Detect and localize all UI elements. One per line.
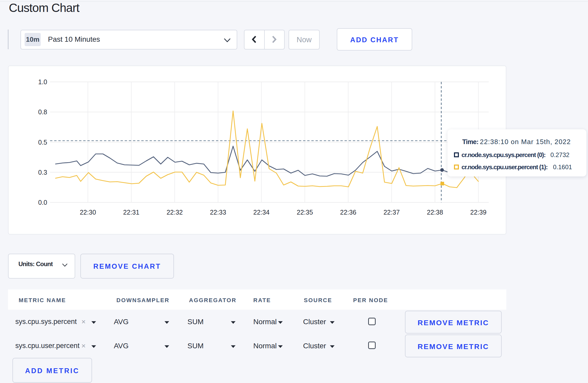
svg-text:22:30: 22:30: [80, 209, 96, 216]
svg-text:1.0: 1.0: [38, 78, 47, 86]
svg-text:22:31: 22:31: [123, 209, 139, 216]
svg-text:22:39: 22:39: [470, 209, 487, 216]
svg-text:22:38: 22:38: [427, 209, 443, 216]
svg-text:0.0: 0.0: [38, 199, 47, 206]
svg-text:22:37: 22:37: [383, 209, 400, 216]
svg-text:22:35: 22:35: [297, 209, 313, 216]
svg-text:22:32: 22:32: [166, 209, 183, 216]
svg-text:22:34: 22:34: [253, 209, 270, 216]
svg-text:0.3: 0.3: [38, 169, 47, 176]
svg-text:22:33: 22:33: [210, 209, 226, 216]
svg-text:0.5: 0.5: [38, 139, 47, 146]
svg-text:0.8: 0.8: [38, 108, 47, 116]
svg-text:22:36: 22:36: [340, 209, 356, 216]
